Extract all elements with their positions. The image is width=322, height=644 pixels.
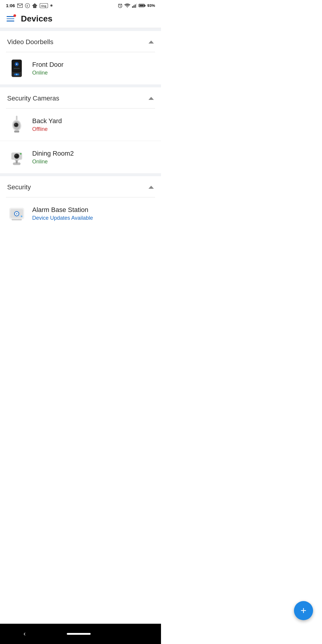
- svg-rect-12: [133, 5, 134, 8]
- device-name-dining-room2: Dining Room2: [32, 150, 154, 157]
- menu-line-3: [7, 21, 14, 21]
- menu-line-2: [7, 18, 14, 19]
- device-status-front-door: Online: [32, 70, 154, 76]
- ring-icon: ring: [40, 3, 48, 8]
- device-status-alarm-base-station: Device Updates Available: [32, 215, 154, 221]
- menu-notification-dot: [13, 14, 16, 17]
- svg-rect-47: [12, 219, 22, 220]
- signal-icon: [132, 4, 137, 8]
- svg-rect-11: [132, 6, 133, 8]
- indoor-camera-svg: [9, 148, 25, 166]
- svg-marker-3: [32, 4, 37, 8]
- svg-line-8: [120, 6, 121, 7]
- svg-point-46: [21, 216, 22, 217]
- device-info-back-yard: Back Yard Offline: [32, 117, 154, 132]
- svg-point-45: [16, 213, 17, 214]
- device-icon-dining-room2: [7, 148, 26, 167]
- status-bar: 1:06 f ring: [0, 0, 161, 10]
- doorbell-svg: [9, 59, 24, 78]
- category-security-cameras: Security Cameras: [0, 87, 161, 173]
- device-item-back-yard[interactable]: Back Yard Offline: [0, 109, 161, 141]
- devices-list: Video Doorbells: [0, 28, 161, 259]
- svg-rect-13: [135, 4, 136, 8]
- device-info-dining-room2: Dining Room2 Online: [32, 150, 154, 165]
- section-gap-2: [0, 84, 161, 87]
- svg-rect-23: [14, 68, 20, 69]
- battery-percentage: 93%: [147, 3, 155, 8]
- header: Devices: [0, 10, 161, 28]
- mail-icon: [17, 4, 23, 8]
- status-right-icons: 93%: [118, 3, 155, 8]
- svg-rect-39: [15, 160, 19, 160]
- device-name-back-yard: Back Yard: [32, 117, 154, 125]
- svg-text:ring: ring: [41, 4, 46, 7]
- dot-indicator: [50, 4, 52, 7]
- section-gap-1: [0, 28, 161, 31]
- device-icon-back-yard: [7, 115, 26, 134]
- svg-rect-14: [136, 4, 137, 8]
- category-header-security[interactable]: Security: [0, 176, 161, 197]
- svg-point-37: [15, 155, 16, 156]
- base-station-svg: [8, 205, 26, 222]
- outdoor-camera-svg: [9, 116, 25, 134]
- category-security: Security: [0, 176, 161, 230]
- svg-point-22: [16, 74, 17, 75]
- category-label-security-cameras: Security Cameras: [7, 95, 59, 102]
- category-video-doorbells: Video Doorbells: [0, 31, 161, 84]
- device-name-alarm-base-station: Alarm Base Station: [32, 206, 154, 214]
- wifi-icon: [124, 3, 130, 8]
- device-info-alarm-base-station: Alarm Base Station Device Updates Availa…: [32, 206, 154, 221]
- category-label-security: Security: [7, 183, 31, 191]
- battery-icon: [139, 4, 145, 7]
- menu-line-1: [7, 16, 14, 17]
- device-icon-alarm-base-station: [7, 204, 26, 223]
- svg-point-29: [15, 124, 16, 125]
- device-icon-front-door: [7, 59, 26, 78]
- chevron-up-icon-video-doorbells: [148, 41, 154, 44]
- bottom-padding: [0, 230, 161, 259]
- home-icon: [32, 3, 37, 8]
- section-gap-3: [0, 173, 161, 176]
- chevron-up-icon-security: [148, 186, 154, 189]
- svg-rect-30: [14, 131, 19, 133]
- page-title: Devices: [21, 14, 52, 24]
- device-item-front-door[interactable]: Front Door Online: [0, 52, 161, 84]
- facebook-icon: f: [25, 3, 30, 8]
- svg-point-28: [15, 123, 18, 126]
- device-info-front-door: Front Door Online: [32, 61, 154, 76]
- svg-point-38: [20, 153, 21, 154]
- device-item-alarm-base-station[interactable]: Alarm Base Station Device Updates Availa…: [0, 197, 161, 230]
- device-status-dining-room2: Online: [32, 159, 154, 165]
- clock: 1:06: [6, 3, 15, 8]
- category-header-video-doorbells[interactable]: Video Doorbells: [0, 31, 161, 52]
- category-label-video-doorbells: Video Doorbells: [7, 38, 53, 46]
- alarm-icon: [118, 3, 123, 8]
- category-header-security-cameras[interactable]: Security Cameras: [0, 87, 161, 108]
- svg-text:f: f: [27, 4, 28, 7]
- device-name-front-door: Front Door: [32, 61, 154, 69]
- svg-point-20: [16, 64, 17, 65]
- menu-button[interactable]: [5, 15, 16, 23]
- device-status-back-yard: Offline: [32, 126, 154, 132]
- device-item-dining-room2[interactable]: Dining Room2 Online: [0, 141, 161, 173]
- chevron-up-icon-security-cameras: [148, 97, 154, 100]
